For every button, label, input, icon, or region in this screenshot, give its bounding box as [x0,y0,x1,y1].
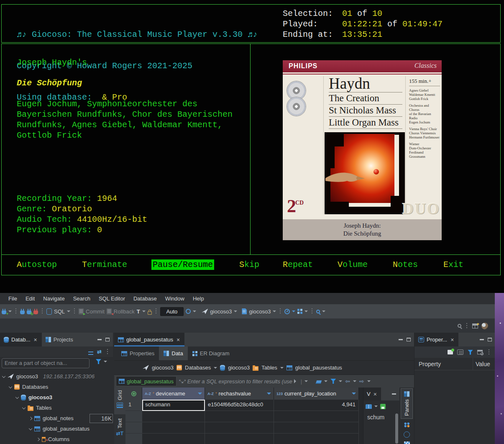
crumb-table[interactable]: global_pausestatus [295,364,342,371]
sort-icon[interactable] [267,393,271,397]
menu-sql-editor[interactable]: SQL Editor [95,295,129,302]
value-column-header[interactable]: Value [473,361,495,367]
apply-filter-icon[interactable] [294,379,298,383]
subtab-data[interactable]: Data [159,346,187,360]
collapse-all-icon[interactable] [88,352,93,355]
calc-panel-icon[interactable] [404,441,410,444]
minimize-icon[interactable] [480,339,484,340]
sort-icon[interactable] [198,393,202,397]
tree-item-connection[interactable]: giocoso3192.168.137.25:3306 [0,371,113,382]
crumb-databases[interactable]: Databases [185,364,211,371]
chevron-right-icon[interactable] [36,437,40,441]
value-viewer-tab[interactable]: V× [363,388,381,400]
subtab-properties[interactable]: Properties [117,346,159,360]
cell-devicename[interactable]: schumann [142,400,205,411]
sql-editor-button[interactable]: SQL [54,308,65,315]
new-connection-icon[interactable]: + [2,311,6,314]
references-panel-icon[interactable] [404,431,410,438]
minimize-icon[interactable] [392,393,396,395]
chevron-down-icon[interactable] [22,406,26,409]
presentation-grid-tab[interactable]: Grid [114,388,125,414]
clear-filter-icon[interactable] [316,380,322,384]
tree-item-tables[interactable]: Tables [0,403,113,413]
menu-repeat[interactable]: Repeat [283,260,313,269]
active-connection-selector[interactable]: giocoso3 [210,308,232,315]
save-value-icon[interactable] [380,404,386,409]
menu-skip[interactable]: Skip [239,260,259,269]
close-icon[interactable]: × [450,336,455,343]
tree-item-columns[interactable]: Columns [0,434,113,444]
maximize-icon[interactable] [488,338,492,341]
select-all-corner[interactable] [125,388,142,400]
search-data-icon[interactable] [316,310,320,313]
tab-global-pausestatus[interactable]: global_pausestatus× [114,333,184,346]
compare-data-icon[interactable] [297,309,302,314]
close-icon[interactable]: × [176,336,181,343]
cell-value-preview[interactable]: schum [363,412,399,421]
sort-icon[interactable] [352,393,356,397]
expand-filter-icon[interactable]: ⤡⤢ [179,379,185,384]
chevron-down-icon[interactable] [29,426,32,430]
tab-properties[interactable]: Proper...× [414,333,458,346]
value-scrollbar[interactable] [395,413,398,444]
dbeaver-community-icon[interactable] [481,323,488,329]
disconnect-icon[interactable] [33,311,38,314]
reconnect-icon[interactable]: ↻ [27,311,31,314]
dashboard-icon[interactable] [284,309,290,314]
column-header-rechashvalue[interactable]: A-Z°rechashvalue [205,388,274,400]
chevron-right-icon[interactable] [29,416,32,420]
row-number[interactable]: 1 [125,400,142,411]
filter-properties-icon[interactable] [468,350,473,355]
subtab-er-diagram[interactable]: ER Diagram [188,346,234,360]
menu-pause-resume[interactable]: Pause/Resume [151,259,214,270]
filter-settings-icon[interactable] [96,359,101,364]
commit-button[interactable]: Commit [86,308,105,315]
object-filter-input[interactable]: Enter a part of object na... [2,358,90,368]
crumb-tables[interactable]: Tables [261,364,277,371]
minimize-icon[interactable] [399,339,403,340]
sql-filter-input[interactable]: Enter a SQL expression to filter results… [187,378,292,385]
filters-icon[interactable] [330,379,336,384]
transaction-timer-icon[interactable] [186,309,191,314]
menu-edit[interactable]: Edit [21,295,39,302]
menu-database[interactable]: Database [129,295,161,302]
nav-back-icon[interactable]: ⇦ [345,378,350,384]
column-header-devicename[interactable]: A-Z°devicename [142,388,205,400]
connect-icon[interactable] [20,311,25,314]
sql-dropdown-icon[interactable] [67,311,70,314]
menu-navigate[interactable]: Navigate [39,295,69,302]
chevron-down-icon[interactable] [15,395,19,398]
rollback-button[interactable]: Rollback [114,308,135,315]
minimize-icon[interactable] [97,339,102,340]
tree-item-database-giocoso3[interactable]: giocoso3 [0,392,113,403]
commit-mode-selector[interactable]: Auto [160,307,184,316]
show-advanced-icon[interactable] [477,350,483,354]
menu-search[interactable]: Search [69,295,95,302]
nav-forward-icon[interactable]: ⇨ [359,378,364,384]
menu-exit[interactable]: Exit [443,260,463,269]
value-format-icon[interactable] [366,404,372,409]
close-icon[interactable]: × [373,391,378,398]
commit-icon[interactable]: ▸ [79,308,84,314]
chevron-down-icon[interactable] [2,374,5,377]
menu-window[interactable]: Window [161,295,189,302]
tab-projects[interactable]: Projects [42,333,77,346]
menu-terminate[interactable]: Terminate [82,260,127,269]
cell-current-play-location[interactable]: 4,941 [274,400,359,411]
panels-tab[interactable]: Panels [401,388,413,419]
cell-rechashvalue[interactable]: e1504f66d5b28c48dc0 [205,400,274,411]
active-database-selector[interactable]: giocoso3 [249,308,271,315]
tree-item-global-pausestatus[interactable]: global_pausestatus [0,423,113,434]
open-perspective-icon[interactable]: ✦ [472,323,478,329]
maximize-icon[interactable] [407,338,411,341]
quick-search-icon[interactable] [458,324,461,328]
sql-editor-icon[interactable] [46,308,52,315]
metadata-panel-icon[interactable] [404,422,409,428]
tab-database-navigator[interactable]: Datab...× [0,333,42,346]
show-categories-icon[interactable] [457,349,463,355]
menu-help[interactable]: Help [189,295,208,302]
presentation-text-tab[interactable]: Text⇄T [114,416,125,442]
crumb-connection[interactable]: giocoso3 [152,364,174,371]
property-column-header[interactable]: Property [414,358,473,370]
tree-item-databases[interactable]: Databases [0,382,113,392]
